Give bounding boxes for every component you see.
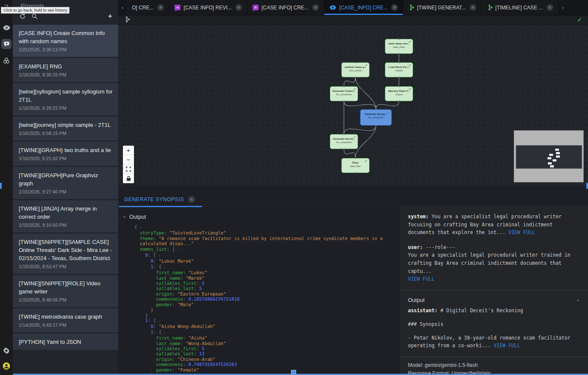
code-line: last_name: "Marek" — [134, 275, 399, 281]
code-segment: "Aisha" — [188, 335, 207, 340]
view-full-link[interactable]: VIEW FULL — [494, 343, 520, 349]
account-icon[interactable] — [0, 360, 13, 372]
tooltip: Click to go back, hold to see history — [1, 7, 70, 14]
code-line: syllables_last: 13 — [134, 351, 399, 356]
close-icon[interactable]: × — [188, 196, 195, 203]
editor-tab[interactable]: +[CASE INFO] REVI...× — [169, 0, 247, 15]
prompt-title: [CASE INFO] Create Common Info with rand… — [19, 29, 113, 45]
node-subtitle: state_filter — [342, 165, 369, 167]
eye-icon[interactable] — [0, 21, 13, 34]
gear-icon[interactable] — [0, 344, 13, 357]
close-icon[interactable]: × — [312, 4, 319, 11]
close-icon[interactable]: × — [157, 4, 164, 11]
collapse-chevron-icon[interactable]: › — [161, 267, 166, 269]
code-line: origin: "Eastern European" — [134, 291, 399, 296]
prompt-list-item[interactable]: [TWINE][SNIPPET][ROLE] Video game writer… — [13, 275, 118, 307]
minimap-node — [555, 149, 559, 151]
graph-node-generate_common[interactable]: Generate Comm...llm_completion✓ — [330, 86, 358, 101]
node-subtitle: llm_completion — [361, 116, 391, 119]
code-segment — [134, 291, 156, 296]
collapse-chevron-icon[interactable]: › — [175, 249, 180, 251]
prompt-list-item[interactable]: [TWINE][GRAPH} two truths and a lie1/16/… — [13, 142, 118, 166]
tab-generate-synopsis[interactable]: GENERATE SYNOPSIS × — [119, 192, 202, 207]
lock-icon[interactable] — [123, 174, 134, 183]
graph-node-generate_synopsis[interactable]: Generate Synop...llm_completion✓ — [360, 109, 392, 126]
resize-grip[interactable] — [291, 370, 296, 374]
output-section-header[interactable]: › Output — [118, 207, 399, 223]
prompt-title: [TWINE] metroidvania case graph — [19, 313, 113, 321]
code-segment — [134, 362, 156, 367]
editor-tab[interactable]: [CASE_INFO] CRE...× — [324, 0, 403, 15]
code-segment: 0.7987359247526203 — [188, 362, 237, 367]
tab-label: [TWINE] GENERAT... — [417, 5, 466, 11]
code-segment: 13 — [199, 351, 205, 356]
zoom-out-button[interactable]: − — [123, 155, 134, 164]
graph-node-mystery_style[interactable]: Mystery Style F...snippet✓ — [385, 86, 413, 101]
close-icon[interactable]: × — [547, 4, 553, 11]
prompt-icon[interactable] — [0, 38, 13, 50]
code-segment: : — [194, 286, 199, 291]
prompt-list-item[interactable]: [EXAMPLE] RNG1/16/2025, 8:30:25 PM — [13, 58, 118, 82]
editor-tab[interactable]: O] CRE...× — [127, 0, 169, 15]
right-output-header[interactable]: Output › — [408, 296, 579, 305]
code-segment: "Eastern European" — [178, 291, 226, 296]
collapse-chevron-icon[interactable]: › — [161, 332, 166, 334]
add-prompt-button[interactable]: + — [108, 12, 112, 21]
node-subtitle: snippet — [385, 93, 413, 96]
search-icon[interactable] — [32, 13, 38, 19]
code-segment: "A romance scam facilitator is killed by… — [159, 236, 383, 241]
graph-canvas[interactable]: state mkey stor...state_mkey✓random name… — [118, 25, 588, 186]
code-segment — [134, 329, 151, 334]
graph-node-random_name[interactable]: random name g...exec_python✓ — [341, 62, 370, 77]
refresh-icon[interactable] — [20, 13, 26, 19]
close-icon[interactable]: × — [236, 4, 242, 11]
user-message: user: ---role--- You are a specialist le… — [408, 243, 579, 283]
prompt-list-item[interactable]: [TWINE] metroidvania case graph1/14/2025… — [13, 308, 118, 332]
collapse-chevron-icon[interactable]: › — [156, 320, 161, 322]
zoom-in-button[interactable]: + — [123, 146, 134, 155]
collapse-chevron-icon[interactable]: › — [156, 255, 161, 257]
graph-node-load_story[interactable]: Load Story For...snippet✓ — [385, 62, 413, 77]
prompt-list-item[interactable]: [twine][syllogism] sample syllogism for … — [13, 83, 118, 115]
chevron-down-icon[interactable]: › — [122, 216, 128, 218]
editor-tab[interactable]: [TIMELINE] CASE ...× — [482, 0, 559, 15]
graph-node-filter[interactable]: Filterstate_filter✓ — [341, 158, 370, 173]
graph-node-generate_introduction[interactable]: Generate Introd...llm_completion✓ — [330, 134, 358, 149]
node-subtitle: state_mkey — [385, 46, 413, 48]
code-segment: : — [183, 335, 189, 340]
prompt-list-item[interactable]: [twine][journey] simple sample - 2T1L1/1… — [13, 117, 118, 141]
tab-label: [CASE_INFO] CRE... — [339, 5, 387, 11]
graph-icon — [408, 5, 414, 10]
code-segment: : — [172, 291, 178, 296]
prompt-title: [TWINE][SNIPPET][SAMPLE CASE] Online Thr… — [19, 238, 113, 262]
code-line: syllables_last: 5 — [134, 286, 399, 291]
code-segment: first_name — [156, 335, 183, 340]
graph-edge — [344, 101, 376, 110]
workflow-icon[interactable] — [0, 54, 13, 67]
prompt-list-item[interactable]: [PYTHON] Yaml to JSON — [13, 334, 118, 350]
prompt-list-item[interactable]: [TWINE][SNIPPET][SAMPLE CASE] Online Thr… — [13, 234, 118, 274]
view-full-link[interactable]: VIEW FULL — [408, 276, 434, 282]
tab-scroll-right-icon[interactable]: › — [559, 0, 567, 15]
editor-tab[interactable]: [TWINE] GENERAT...× — [403, 0, 481, 15]
minimap[interactable] — [514, 130, 584, 182]
graph-icon — [124, 16, 130, 24]
code-segment: last_name — [156, 275, 180, 281]
close-icon[interactable]: × — [470, 4, 476, 11]
tab-scroll-left-icon[interactable]: ‹ — [118, 0, 127, 15]
prompt-list-item[interactable]: [CASE INFO] Create Common Info with rand… — [13, 25, 118, 57]
editor-tab[interactable]: +[CASE INFO] CRE...× — [247, 0, 324, 15]
fit-view-button[interactable] — [123, 164, 134, 174]
assistant-title: # Digital Deceit's Reckoning — [440, 308, 523, 313]
graph-node-state_mkey[interactable]: state mkey stor...state_mkey✓ — [385, 39, 413, 54]
collapse-chevron-icon[interactable]: › — [137, 227, 143, 229]
code-segment — [134, 302, 156, 307]
prompt-list-item[interactable]: [TWINE][GRAPH]Pure Graphviz graph1/15/20… — [13, 167, 118, 199]
prompt-list-item[interactable]: [TWINE] [JINJA] Array merge in correct o… — [13, 200, 118, 232]
graph-edge — [376, 101, 399, 110]
chevron-up-icon[interactable]: › — [574, 299, 582, 302]
close-icon[interactable]: × — [391, 4, 398, 11]
code-segment — [134, 357, 156, 362]
view-full-link[interactable]: VIEW FULL — [508, 229, 535, 235]
minimap-viewport[interactable] — [516, 145, 582, 169]
